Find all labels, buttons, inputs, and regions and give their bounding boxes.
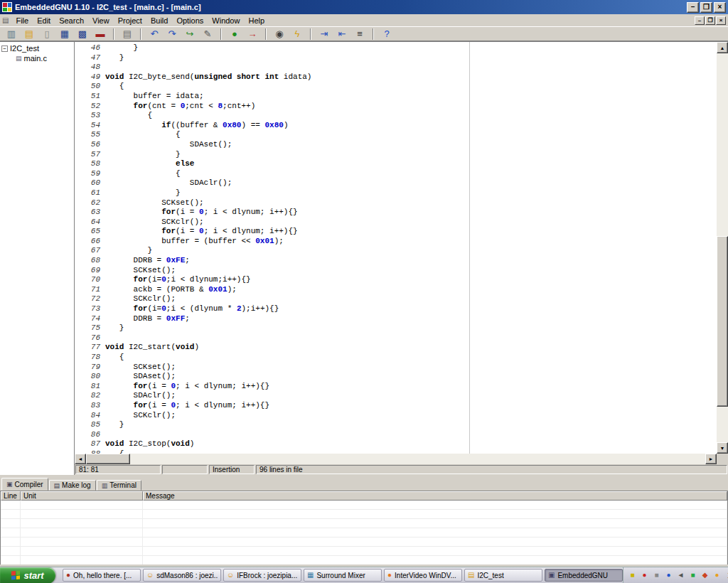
tray-app-icon-3[interactable]: ■ xyxy=(652,570,661,580)
code-line[interactable]: for(i = 0; i < dlynum; i++){} xyxy=(105,208,717,218)
tray-app-icon-7[interactable]: ● xyxy=(712,570,722,580)
horizontal-scroll-thumb[interactable] xyxy=(86,454,130,464)
window-close-button[interactable]: × xyxy=(714,2,726,13)
tab-make-log[interactable]: ▤Make log xyxy=(49,480,96,491)
code-line[interactable]: } xyxy=(105,246,717,256)
vertical-scroll-track[interactable] xyxy=(717,53,728,442)
code-line[interactable]: for(i=0;i < (dlynum * 2);i++){} xyxy=(105,304,717,314)
start-button[interactable]: start xyxy=(0,567,55,583)
editor-window-icon[interactable]: ▥ xyxy=(4,28,19,41)
taskbar-task-sdmason86-joezi[interactable]: ☺sdMason86 : joezi... xyxy=(143,569,221,582)
taskbar-task-embeddedgnu[interactable]: ▣EmbeddedGNU xyxy=(545,569,623,582)
menu-view[interactable]: View xyxy=(88,16,114,26)
volume-icon[interactable]: ◄ xyxy=(676,570,685,580)
menu-window[interactable]: Window xyxy=(208,16,244,26)
close-file-icon[interactable]: ▬ xyxy=(92,28,108,41)
window-minimize-button[interactable]: – xyxy=(687,2,699,13)
tab-compiler[interactable]: ▣Compiler xyxy=(1,478,48,491)
code-line[interactable]: { xyxy=(105,130,717,140)
code-line[interactable] xyxy=(105,430,717,440)
code-line[interactable]: for(cnt = 0;cnt < 8;cnt++) xyxy=(105,102,717,112)
code-line[interactable]: } xyxy=(105,323,717,333)
scroll-right-button[interactable]: ► xyxy=(705,454,717,464)
scroll-down-button[interactable]: ▼ xyxy=(717,442,728,454)
title-bar[interactable]: EmbeddedGNU 1.10 - I2C_test - [main.c] -… xyxy=(0,0,728,14)
taskbar-task-oh-hello-there[interactable]: ●Oh, hello there. [... xyxy=(63,569,141,582)
tree-node-file[interactable]: ▤ main.c xyxy=(1,54,73,63)
indent-icon[interactable]: ⇥ xyxy=(316,28,332,41)
code-line[interactable]: for(i = 0; i < dlynum; i++){} xyxy=(105,382,717,392)
code-line[interactable]: SCKclr(); xyxy=(105,218,717,228)
code-line[interactable]: if((buffer & 0x80) == 0x80) xyxy=(105,121,717,131)
help-icon[interactable]: ? xyxy=(379,28,395,41)
tab-terminal[interactable]: ▥Terminal xyxy=(97,480,141,491)
column-header-message[interactable]: Message xyxy=(143,491,727,501)
code-line[interactable]: SDAset(); xyxy=(105,140,717,150)
code-editor[interactable]: 4647484950515253545556575859606162636465… xyxy=(75,42,728,454)
make-icon[interactable]: ϟ xyxy=(289,28,305,41)
menu-options[interactable]: Options xyxy=(172,16,208,26)
column-header-line[interactable]: Line xyxy=(1,491,21,501)
save-all-icon[interactable]: ▩ xyxy=(75,28,90,41)
unindent-icon[interactable]: ⇤ xyxy=(334,28,350,41)
list-icon[interactable]: ≡ xyxy=(352,28,368,41)
menu-help[interactable]: Help xyxy=(244,16,269,26)
code-line[interactable]: void I2C_start(void) xyxy=(105,343,717,353)
window-restore-button[interactable]: ❐ xyxy=(700,2,712,13)
column-header-unit[interactable]: Unit xyxy=(21,491,143,501)
code-line[interactable]: } xyxy=(105,188,717,198)
code-line[interactable]: } xyxy=(105,420,717,430)
menu-file[interactable]: File xyxy=(11,16,33,26)
code-line[interactable]: SDAset(); xyxy=(105,372,717,382)
code-line[interactable]: for(i=0;i < dlynum;i++){} xyxy=(105,275,717,285)
print-icon[interactable]: ▤ xyxy=(119,28,135,41)
tray-app-icon-2[interactable]: ● xyxy=(640,570,649,580)
scroll-left-button[interactable]: ◄ xyxy=(75,454,86,464)
collapse-icon[interactable]: − xyxy=(1,46,8,52)
code-line[interactable]: SCKset(); xyxy=(105,266,717,276)
redo-icon[interactable]: ↷ xyxy=(164,28,180,41)
taskbar-task-ifbrock-joezipia[interactable]: ☺IFBrock : joezipia... xyxy=(223,569,301,582)
taskbar-task-surround-mixer[interactable]: ▦Surround Mixer xyxy=(304,569,382,582)
code-line[interactable]: { xyxy=(105,169,717,179)
mdi-minimize-button[interactable]: – xyxy=(695,16,705,25)
vertical-scrollbar[interactable]: ▲ ▼ xyxy=(717,42,728,454)
horizontal-scroll-track[interactable] xyxy=(86,454,705,464)
new-file-icon[interactable]: ▯ xyxy=(39,28,55,41)
tray-app-icon-5[interactable]: ■ xyxy=(688,570,697,580)
code-line[interactable]: DDRB = 0xFE; xyxy=(105,256,717,266)
tray-app-icon-6[interactable]: ◆ xyxy=(700,570,710,580)
open-folder-icon[interactable]: ▤ xyxy=(21,28,37,41)
code-line[interactable]: for(i = 0; i < dlynum; i++){} xyxy=(105,227,717,237)
code-line[interactable]: else xyxy=(105,159,717,169)
code-line[interactable]: SDAclr(); xyxy=(105,178,717,188)
download-icon[interactable]: → xyxy=(245,28,260,41)
code-line[interactable] xyxy=(105,63,717,73)
code-line[interactable]: SCKset(); xyxy=(105,363,717,373)
undo-icon[interactable]: ↶ xyxy=(146,28,162,41)
menu-build[interactable]: Build xyxy=(146,16,172,26)
code-line[interactable]: buffer = idata; xyxy=(105,92,717,102)
code-line[interactable]: { xyxy=(105,353,717,363)
code-line[interactable]: SDAclr(); xyxy=(105,391,717,401)
search-icon[interactable]: ◉ xyxy=(272,28,287,41)
save-icon[interactable]: ▦ xyxy=(57,28,73,41)
editor-code-area[interactable]: } } void I2C_byte_send(unsigned short in… xyxy=(105,42,717,454)
code-line[interactable]: } xyxy=(105,150,717,160)
horizontal-scrollbar[interactable]: ◄ ► xyxy=(75,454,728,464)
code-line[interactable]: SCKclr(); xyxy=(105,411,717,421)
taskbar-task-i2c-test[interactable]: ▤I2C_test xyxy=(464,569,542,582)
tray-app-icon-1[interactable]: ■ xyxy=(628,570,637,580)
code-line[interactable]: void I2C_stop(void) xyxy=(105,439,717,449)
edit-source-icon[interactable]: ✎ xyxy=(200,28,215,41)
menu-search[interactable]: Search xyxy=(55,16,88,26)
taskbar-task-intervideo-windv[interactable]: ●InterVideo WinDV... xyxy=(384,569,462,582)
mdi-restore-button[interactable]: ❐ xyxy=(705,16,715,25)
goto-icon[interactable]: ↪ xyxy=(182,28,198,41)
code-line[interactable] xyxy=(105,333,717,343)
tree-node-project[interactable]: − I2C_test xyxy=(1,44,73,53)
code-line[interactable]: } xyxy=(105,53,717,63)
code-line[interactable]: { xyxy=(105,82,717,92)
menu-project[interactable]: Project xyxy=(114,16,146,26)
vertical-scroll-thumb[interactable] xyxy=(717,236,728,407)
